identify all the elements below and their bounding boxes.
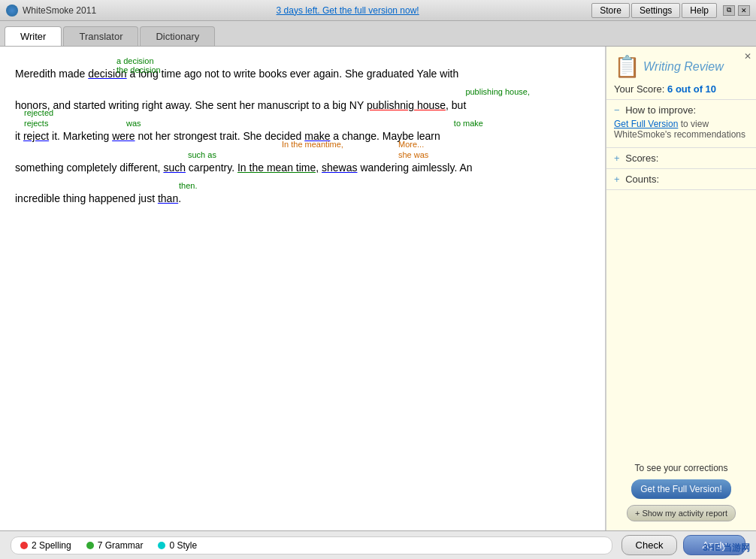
suggestion-the-decision: the decision: [116, 60, 161, 80]
top-button-group: Store Settings Help: [591, 3, 717, 18]
score-value: 6 out of 10: [667, 83, 716, 95]
spelling-count: 2 Spelling: [32, 540, 71, 551]
spelling-dot: [20, 542, 28, 549]
tab-translator[interactable]: Translator: [63, 26, 138, 46]
improve-content: Get Full Version to view WhiteSmoke's re…: [614, 116, 748, 143]
review-icon: 📋: [614, 54, 640, 79]
how-to-improve-toggle[interactable]: − How to improve:: [614, 104, 748, 116]
status-items: 2 Spelling 7 Grammar 0 Style: [11, 536, 612, 554]
review-panel-header: ✕ 📋 Writing Review Your Score: 6 out of …: [606, 47, 756, 100]
review-close-button[interactable]: ✕: [744, 51, 751, 62]
suggestion-publishing-house: publishing house,: [465, 82, 530, 101]
counts-toggle[interactable]: + Counts:: [614, 174, 748, 185]
editor-content: a decision the decision Meredith made de…: [15, 62, 590, 212]
status-bar: 2 Spelling 7 Grammar 0 Style Check Apply: [0, 530, 756, 559]
text-it2: it. Marketing: [49, 130, 112, 142]
suggestion-then: then.: [179, 176, 197, 195]
get-full-version-link[interactable]: Get Full Version: [614, 119, 678, 129]
text-meredith: Meredith made: [15, 68, 88, 80]
help-button[interactable]: Help: [682, 3, 717, 18]
review-panel: ✕ 📋 Writing Review Your Score: 6 out of …: [606, 47, 756, 530]
restore-button[interactable]: ⧉: [723, 5, 735, 16]
counts-section: + Counts:: [606, 169, 756, 190]
toggle-plus-icon-counts: +: [614, 174, 620, 185]
check-button[interactable]: Check: [621, 535, 678, 555]
suggestion-was: was: [126, 113, 141, 133]
review-title: Writing Review: [643, 60, 724, 74]
review-cta: To see your corrections Get the Full Ver…: [606, 454, 756, 530]
review-score-row: Your Score: 6 out of 10: [614, 83, 748, 95]
suggestion-she-was: she was: [398, 145, 428, 165]
main-area: a decision the decision Meredith made de…: [0, 47, 756, 530]
suggestion-rejects: rejects: [24, 113, 48, 133]
grammar-status: 7 Grammar: [86, 540, 144, 551]
close-button[interactable]: ✕: [738, 5, 750, 16]
watermark: 3HE 当游网: [703, 542, 750, 554]
word-publishnig: publishnig house,: [367, 99, 449, 111]
style-status: 0 Style: [158, 540, 197, 551]
tab-writer[interactable]: Writer: [5, 26, 62, 46]
word-shewas: shewas: [322, 162, 357, 174]
style-count: 0 Style: [169, 540, 197, 551]
phrase-in-mean-time: In the mean time,: [237, 162, 319, 174]
score-label: Your Score:: [614, 83, 664, 95]
how-to-improve-section: − How to improve: Get Full Version to vi…: [606, 100, 756, 148]
tab-bar: Writer Translator Dictionary: [0, 21, 756, 47]
scores-toggle[interactable]: + Scores:: [614, 153, 748, 164]
tab-dictionary[interactable]: Dictionary: [140, 26, 215, 46]
title-bar: WhiteSmoke 2011 3 days left. Get the ful…: [0, 0, 756, 21]
scores-section: + Scores:: [606, 148, 756, 169]
get-full-version-button[interactable]: Get the Full Version!: [631, 479, 731, 499]
app-logo: [6, 5, 18, 17]
scores-label: Scores:: [625, 153, 658, 164]
promo-link[interactable]: 3 days left. Get the full version now!: [104, 5, 591, 16]
cta-text: To see your corrections: [614, 463, 748, 473]
text-incredible: incredible thing happened just: [15, 192, 158, 204]
suggestion-to-make: to make: [454, 113, 483, 133]
text-honors: honors, and started writing right away. …: [15, 99, 367, 111]
toggle-plus-icon-scores: +: [614, 153, 620, 164]
grammar-dot: [86, 542, 94, 549]
counts-label: Counts:: [625, 174, 659, 185]
suggestion-such-as: such as: [188, 145, 216, 165]
word-than: than: [158, 192, 178, 204]
grammar-count: 7 Grammar: [98, 540, 144, 551]
window-controls: ⧉ ✕: [723, 5, 750, 16]
text-it: it: [15, 130, 23, 142]
how-to-improve-label: How to improve:: [625, 104, 696, 116]
text-notherstr: not her strongest trait. She decided: [135, 130, 305, 142]
text-longtime: a long time ago not to write books ever …: [127, 68, 459, 80]
word-such: such: [163, 162, 186, 174]
text-but: but: [449, 99, 466, 111]
style-dot: [158, 542, 165, 549]
toggle-minus-icon: −: [614, 104, 620, 116]
settings-button[interactable]: Settings: [631, 3, 680, 18]
app-title: WhiteSmoke 2011: [23, 5, 96, 16]
store-button[interactable]: Store: [591, 3, 630, 18]
suggestion-in-meantime: In the meantime,: [282, 134, 343, 154]
spelling-status: 2 Spelling: [20, 540, 71, 551]
editor-area[interactable]: a decision the decision Meredith made de…: [0, 47, 606, 530]
show-activity-button[interactable]: + Show my activity report: [627, 505, 736, 521]
text-something: something completely different,: [15, 162, 163, 174]
